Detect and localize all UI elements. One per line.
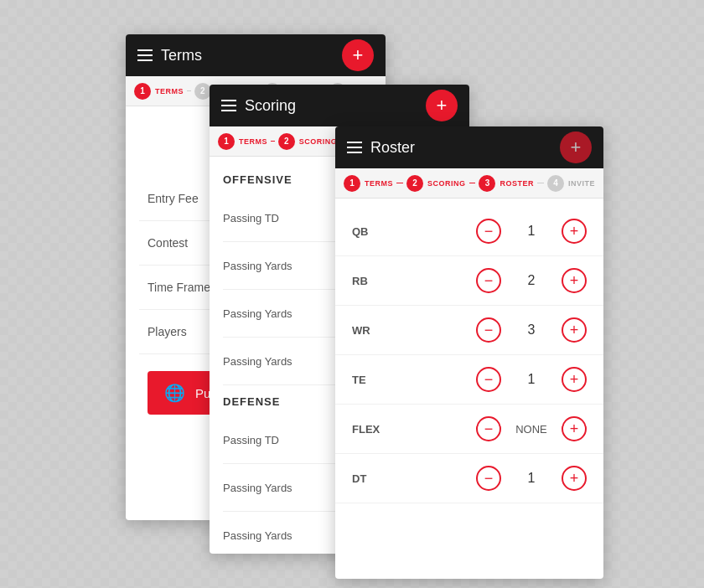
roster-controls-qb: − 1 + (476, 219, 587, 244)
roster-plus-button[interactable]: + (560, 132, 592, 163)
step-2-circle: 2 (194, 83, 211, 100)
wr-minus-button[interactable]: − (476, 317, 501, 343)
roster-step-2-label: SCORING (427, 179, 466, 188)
terms-title: Terms (161, 47, 202, 64)
roster-step-line-1 (396, 183, 403, 183)
scoring-step-line-1 (271, 141, 275, 142)
scoring-step-1[interactable]: 1 TERMS (218, 133, 267, 150)
defense-row-3-label: Passing Yards (223, 529, 292, 542)
terms-header: Terms + (126, 34, 386, 76)
scoring-title: Scoring (245, 97, 296, 115)
offensive-row-1-label: Passing TD (223, 212, 279, 224)
phone-wrapper: Terms + 1 TERMS 2 SCORING 3 ROSTER 4 (59, 18, 645, 570)
roster-step-line-2 (469, 183, 476, 183)
offensive-row-3-label: Passing Yards (223, 307, 292, 320)
roster-pos-dt: DT (352, 472, 394, 485)
roster-step-4-circle: 4 (547, 175, 564, 192)
scoring-step-1-circle: 1 (218, 133, 235, 150)
roster-hamburger-icon[interactable] (347, 142, 362, 153)
roster-progress-bar: 1 TERMS 2 SCORING 3 ROSTER 4 INVITE (335, 168, 603, 199)
roster-card: Roster + 1 TERMS 2 SCORING 3 ROSTER 4 (335, 126, 603, 579)
scoring-step-1-label: TERMS (239, 137, 267, 146)
roster-step-4[interactable]: 4 INVITE (547, 175, 595, 192)
roster-step-2[interactable]: 2 SCORING (406, 175, 466, 192)
roster-pos-rb: RB (352, 275, 394, 287)
wr-count: 3 (515, 322, 548, 338)
step-1-label: TERMS (155, 87, 184, 95)
scoring-step-2[interactable]: 2 SCORING (278, 133, 338, 150)
te-minus-button[interactable]: − (476, 367, 501, 392)
roster-pos-te: TE (352, 374, 394, 386)
scoring-plus-button[interactable]: + (426, 90, 458, 121)
flex-minus-button[interactable]: − (476, 416, 501, 441)
roster-controls-wr: − 3 + (476, 317, 587, 343)
scoring-hamburger-icon[interactable] (221, 100, 236, 111)
flex-count: NONE (515, 423, 548, 436)
hamburger-icon[interactable] (137, 49, 153, 61)
terms-header-left: Terms (137, 47, 202, 64)
roster-step-3[interactable]: 3 ROSTER (479, 175, 534, 192)
dt-minus-button[interactable]: − (476, 466, 501, 491)
offensive-row-4-label: Passing Yards (223, 355, 292, 368)
scoring-step-2-circle: 2 (278, 133, 295, 150)
roster-row-flex: FLEX − NONE + (335, 405, 603, 454)
roster-pos-wr: WR (352, 324, 394, 337)
te-plus-button[interactable]: + (562, 367, 587, 392)
scoring-step-2-label: SCORING (299, 137, 338, 146)
roster-pos-flex: FLEX (352, 423, 394, 436)
roster-pos-qb: QB (352, 225, 394, 238)
roster-row-dt: DT − 1 + (335, 454, 603, 503)
roster-row-qb: QB − 1 + (335, 207, 603, 256)
roster-step-2-circle: 2 (406, 175, 423, 192)
roster-controls-flex: − NONE + (476, 416, 587, 441)
qb-count: 1 (515, 224, 548, 239)
rb-minus-button[interactable]: − (476, 268, 501, 293)
roster-step-1[interactable]: 1 TERMS (344, 175, 393, 192)
globe-icon: 🌐 (164, 383, 185, 403)
step-line-1 (187, 90, 191, 91)
roster-step-line-3 (537, 183, 544, 183)
roster-step-4-label: INVITE (568, 179, 595, 188)
roster-controls-rb: − 2 + (476, 268, 587, 293)
dt-plus-button[interactable]: + (562, 466, 587, 491)
wr-plus-button[interactable]: + (562, 317, 587, 343)
rb-plus-button[interactable]: + (562, 268, 587, 293)
offensive-row-2-label: Passing Yards (223, 260, 292, 272)
dt-count: 1 (515, 471, 548, 486)
roster-step-1-circle: 1 (344, 175, 360, 192)
roster-title: Roster (370, 139, 415, 157)
qb-minus-button[interactable]: − (476, 219, 501, 244)
roster-row-wr: WR − 3 + (335, 306, 603, 355)
roster-row-rb: RB − 2 + (335, 256, 603, 306)
step-1[interactable]: 1 TERMS (134, 83, 184, 100)
scoring-header: Scoring + (210, 85, 469, 126)
roster-header-left: Roster (347, 139, 415, 157)
roster-row-te: TE − 1 + (335, 355, 603, 405)
roster-step-3-label: ROSTER (500, 179, 534, 188)
roster-step-3-circle: 3 (479, 175, 495, 192)
step-1-circle: 1 (134, 83, 151, 100)
roster-step-1-label: TERMS (365, 179, 393, 188)
roster-controls-te: − 1 + (476, 367, 587, 392)
qb-plus-button[interactable]: + (562, 219, 587, 244)
roster-controls-dt: − 1 + (476, 466, 587, 491)
scoring-header-left: Scoring (221, 97, 296, 115)
terms-plus-button[interactable]: + (342, 39, 374, 71)
defense-row-1-label: Passing TD (223, 434, 279, 446)
defense-row-2-label: Passing Yards (223, 482, 292, 494)
roster-content: QB − 1 + RB − 2 + WR − (335, 199, 603, 512)
te-count: 1 (515, 372, 548, 387)
roster-header: Roster + (335, 126, 603, 168)
rb-count: 2 (515, 273, 548, 288)
flex-plus-button[interactable]: + (562, 416, 587, 441)
